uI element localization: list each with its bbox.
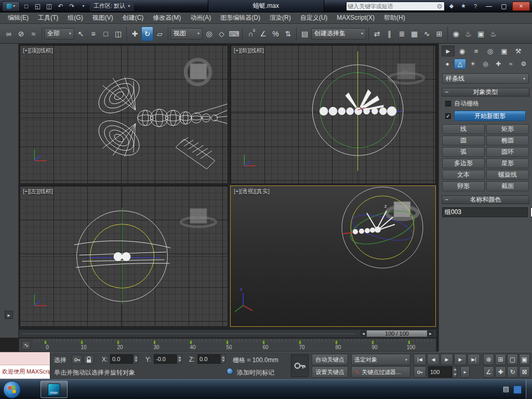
shape-category-dropdown[interactable]: 样条线 ▾ [442,73,529,84]
keyframe-marker[interactable] [44,340,47,344]
shape-button-ngon[interactable]: 多边形 [442,158,485,168]
key-filter-scope-dropdown[interactable]: 选定对象 ▾ [351,354,410,365]
tab-utilities[interactable]: ⚒ [512,46,525,57]
z-coordinate-field[interactable] [197,354,225,364]
next-frame-button[interactable]: ▶ [454,354,467,365]
edit-named-selection-sets-icon[interactable]: ▤ [299,26,311,41]
set-keys-button[interactable] [291,354,309,377]
rotate-gizmo[interactable] [342,187,423,268]
select-and-scale-icon[interactable]: ▱ [154,26,166,41]
favorites-star-icon[interactable]: ★ [458,2,469,11]
save-file-button[interactable]: ◫ [44,2,54,11]
open-file-button[interactable]: ◱ [33,2,43,11]
start-new-shape-checkbox[interactable]: ✓ [445,113,451,119]
pan-button[interactable]: ✚ [495,366,506,378]
subtab-lights[interactable]: ☀ [467,59,478,69]
keyframe-marker[interactable] [335,340,338,344]
autogrid-checkbox[interactable] [445,101,451,107]
viewcube[interactable]: 前 [389,64,423,84]
listener-line[interactable]: 欢迎使用 MAXScript [0,365,50,379]
tab-create[interactable]: ► [442,46,455,57]
selection-lock-toggle[interactable] [84,355,94,364]
select-object-icon[interactable]: ↖ [75,26,87,41]
percent-snap-toggle-icon[interactable]: % [270,26,282,41]
select-and-manipulate-icon[interactable]: ◇ [216,26,228,41]
maximize-viewport-toggle[interactable]: ⊠ [519,366,530,378]
viewport-top-label[interactable]: [+][顶][线框] [23,47,53,55]
keyframe-marker[interactable] [190,340,192,344]
frame-spinner[interactable] [452,366,457,378]
shape-button-text[interactable]: 文本 [442,170,485,180]
shape-button-line[interactable]: 线 [442,124,485,134]
angle-snap-toggle-icon[interactable]: ∠ [257,26,269,41]
menu-tools[interactable]: 工具(T) [33,12,63,23]
keyframe-marker[interactable] [226,340,229,344]
selection-filter-dropdown[interactable]: 全部 ▾ [44,28,74,39]
workspace-selector[interactable]: 工作区: 默认 ▾ [90,2,134,11]
previous-frame-button[interactable]: ◀ [427,354,440,365]
help-icon[interactable]: ? [470,2,481,11]
zoom-extents-button[interactable]: ▢ [507,354,518,365]
mini-curve-editor-button[interactable]: ∿ [22,341,31,350]
shape-button-circle[interactable]: 圆 [442,136,485,145]
maximize-button[interactable]: ▢ [497,2,511,11]
y-coordinate-field[interactable] [154,354,182,364]
viewcube[interactable]: 左 [181,209,216,227]
application-menu-button[interactable]: ▾ [2,1,20,11]
x-coordinate-input[interactable] [110,354,133,364]
select-and-move-icon[interactable]: ✚ [129,26,141,41]
status-key-icon[interactable] [72,355,82,364]
quick-access-dropdown-icon[interactable]: ▾ [78,2,88,11]
subtab-systems[interactable]: ⚙ [518,59,529,69]
orbit-button[interactable]: ↻ [507,366,518,378]
next-frame-arrow[interactable]: ▸ [427,330,434,337]
x-spinner[interactable] [133,354,138,364]
layer-manager-icon[interactable]: ≣ [396,26,408,41]
keyframe-marker[interactable] [117,340,119,344]
previous-frame-arrow[interactable]: ◂ [360,330,367,337]
render-production-icon[interactable]: ♨ [487,26,499,41]
keyframe-marker[interactable] [371,340,374,344]
rendered-frame-window-icon[interactable]: ▣ [475,26,487,41]
key-filters-button[interactable]: ∿ 关键点过滤器... [351,366,410,378]
viewcube[interactable] [185,60,210,85]
object-type-rollout-header[interactable]: − 对象类型 [442,88,529,97]
object-name-input[interactable] [442,207,528,217]
menu-help[interactable]: 帮助(H) [379,12,410,23]
undo-button[interactable]: ↶ [56,2,65,11]
viewport-perspective-label[interactable]: [+][透视][真实] [234,188,270,195]
graphite-ribbon-icon[interactable]: ▦ [408,26,420,41]
tray-notification-icon[interactable]: ▤ [503,385,509,393]
use-pivot-point-center-icon[interactable]: ◎ [203,26,215,41]
frame-step-button[interactable]: ▸ [460,366,470,378]
z-coordinate-input[interactable] [197,354,220,364]
sign-in-icon[interactable]: ◆ [446,2,457,11]
keyframe-marker[interactable] [262,340,265,344]
schematic-view-icon[interactable]: ⊞ [433,26,445,41]
keyframe-marker[interactable] [299,340,301,344]
taskbar-3ds-max-button[interactable]: max [41,381,68,398]
subtab-shapes[interactable]: △ [454,59,466,69]
subtab-helpers[interactable]: ✚ [493,59,504,69]
new-scene-button[interactable]: □ [21,2,31,11]
menu-edit[interactable]: 编辑(E) [3,12,33,23]
redo-button[interactable]: ↷ [67,2,77,11]
viewport-front-label[interactable]: [+][前][线框] [234,47,264,55]
y-coordinate-input[interactable] [154,354,177,364]
menu-graph-editors[interactable]: 图形编辑器(D) [216,12,265,23]
set-key-button[interactable]: 设置关键点 [312,366,348,378]
viewcube[interactable] [387,202,418,219]
menu-animation[interactable]: 动画(A) [185,12,216,23]
search-input[interactable] [348,3,436,9]
curve-editor-icon[interactable]: ∿ [421,26,433,41]
y-spinner[interactable] [177,354,182,364]
reference-coordinate-system-dropdown[interactable]: 视图 ▾ [170,28,203,39]
name-color-rollout-header[interactable]: − 名称和颜色 [442,195,529,204]
maxscript-mini-listener[interactable]: 欢迎使用 MAXScript [0,352,50,379]
keyframe-marker[interactable] [81,340,83,344]
search-box[interactable]: ⊙ [346,2,445,11]
shape-button-rectangle[interactable]: 矩形 [486,124,529,134]
show-desktop-button[interactable] [526,380,532,399]
shape-button-ellipse[interactable]: 椭圆 [486,136,529,145]
tab-modify[interactable]: ◉ [456,46,469,57]
